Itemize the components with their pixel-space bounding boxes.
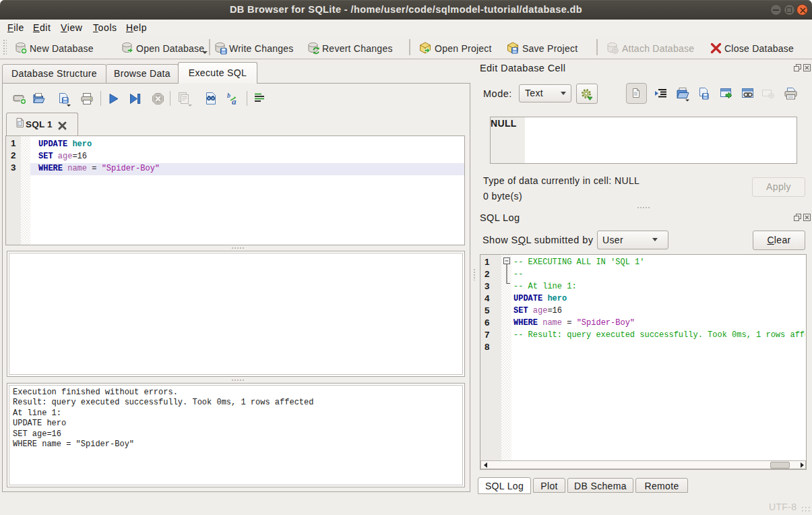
svg-text:b: b xyxy=(227,92,230,99)
